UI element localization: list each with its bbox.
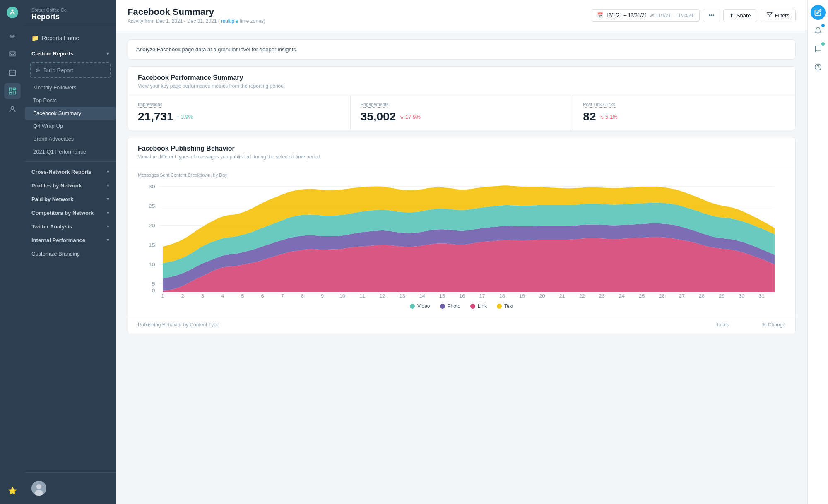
folder-icon: 📁	[31, 35, 39, 41]
svg-text:24: 24	[619, 294, 625, 298]
svg-text:17: 17	[479, 294, 485, 298]
svg-text:8: 8	[301, 294, 304, 298]
svg-text:11: 11	[359, 294, 365, 298]
svg-text:25: 25	[149, 204, 155, 209]
svg-text:5: 5	[241, 294, 244, 298]
page-title-wrap: Facebook Summary Activity from Dec 1, 20…	[128, 7, 265, 24]
engagements-change: ↘ 17.9%	[399, 114, 420, 120]
custom-reports-label: Custom Reports	[31, 50, 73, 57]
chevron-icon: ▾	[106, 50, 109, 57]
inbox-icon[interactable]	[4, 46, 21, 63]
listening-icon[interactable]	[4, 101, 21, 118]
user-avatar	[31, 481, 46, 496]
sidebar-item-facebook-summary[interactable]: Facebook Summary	[25, 107, 116, 120]
svg-text:6: 6	[261, 294, 264, 298]
app-logo	[5, 5, 20, 20]
filters-button[interactable]: Filters	[761, 9, 796, 22]
performance-card: Facebook Performance Summary View your k…	[128, 66, 796, 130]
help-button[interactable]	[811, 60, 826, 74]
svg-text:1: 1	[161, 294, 164, 298]
edit-create-button[interactable]	[811, 5, 826, 20]
main-content: Facebook Summary Activity from Dec 1, 20…	[116, 0, 807, 504]
share-button[interactable]: ⬆ Share	[723, 9, 757, 22]
svg-point-1	[12, 10, 14, 12]
sidebar-item-q4-wrap-up[interactable]: Q4 Wrap Up	[25, 120, 116, 132]
date-vs-label: vs 11/1/21 – 11/30/21	[650, 13, 693, 18]
svg-point-12	[36, 484, 41, 489]
publishing-icon[interactable]	[4, 65, 21, 81]
svg-text:5: 5	[152, 281, 155, 287]
sidebar-item-2021-q1[interactable]: 2021 Q1 Performance	[25, 145, 116, 158]
impressions-metric: Impressions 21,731 ↑ 3.9%	[128, 95, 351, 130]
messages-button[interactable]	[811, 41, 826, 56]
chart-section: Messages Sent Content Breakdown, by Day …	[128, 166, 795, 316]
subtitle-suffix: time zones)	[240, 18, 265, 24]
date-range-value: 12/1/21 – 12/31/21	[606, 12, 647, 18]
svg-text:15: 15	[439, 294, 445, 298]
legend-video: Video	[410, 303, 430, 309]
engagements-label: Engagements	[361, 102, 563, 107]
sidebar-item-top-posts[interactable]: Top Posts	[25, 94, 116, 107]
twitter-analysis-item[interactable]: Twitter Analysis ▾	[25, 220, 116, 233]
paid-by-network-item[interactable]: Paid by Network ▾	[25, 192, 116, 206]
more-options-button[interactable]: •••	[703, 9, 720, 22]
performance-card-title: Facebook Performance Summary	[138, 74, 785, 82]
notifications-button[interactable]	[811, 23, 826, 38]
sidebar-item-brand-advocates[interactable]: Brand Advocates	[25, 132, 116, 145]
svg-text:3: 3	[201, 294, 204, 298]
svg-rect-9	[10, 92, 12, 94]
internal-performance-item[interactable]: Internal Performance ▾	[25, 233, 116, 247]
compose-icon[interactable]: ✏	[4, 28, 21, 45]
reports-icon[interactable]	[4, 83, 21, 99]
area-chart: 30 25 20 15 10 5 0	[138, 182, 785, 298]
svg-rect-8	[13, 91, 16, 94]
user-avatar-wrap[interactable]	[25, 478, 116, 499]
cross-network-item[interactable]: Cross-Network Reports ▾	[25, 165, 116, 179]
star-icon[interactable]: ⭐	[4, 482, 21, 499]
date-range-button[interactable]: 📅 12/1/21 – 12/31/21 vs 11/1/21 – 11/30/…	[591, 9, 700, 22]
reports-home-item[interactable]: 📁 Reports Home	[25, 30, 116, 46]
subtitle-paren: (	[218, 18, 220, 24]
svg-text:16: 16	[459, 294, 465, 298]
svg-text:28: 28	[699, 294, 705, 298]
subtitle-text: Activity from Dec 1, 2021 - Dec 31, 2021	[128, 18, 217, 24]
svg-text:0: 0	[152, 288, 155, 293]
legend-text: Text	[497, 303, 513, 309]
svg-text:10: 10	[339, 294, 345, 298]
page-title: Facebook Summary	[128, 7, 265, 17]
share-label: Share	[737, 12, 751, 19]
build-report-button[interactable]: ⊕ Build Report	[30, 62, 111, 78]
filters-label: Filters	[775, 12, 789, 19]
table-col3: % Change	[762, 322, 785, 328]
build-icon: ⊕	[36, 67, 40, 73]
svg-rect-6	[10, 88, 12, 91]
svg-text:12: 12	[379, 294, 385, 298]
post-link-clicks-change: ↘ 5.1%	[599, 114, 618, 120]
post-link-clicks-value: 82 ↘ 5.1%	[583, 110, 785, 123]
svg-text:19: 19	[519, 294, 525, 298]
link-label: Link	[478, 303, 487, 309]
profiles-by-network-item[interactable]: Profiles by Network ▾	[25, 179, 116, 192]
custom-reports-header[interactable]: Custom Reports ▾	[25, 46, 116, 59]
sidebar-sections: Cross-Network Reports ▾ Profiles by Netw…	[25, 161, 116, 264]
publishing-card-title: Facebook Publishing Behavior	[138, 145, 785, 152]
customize-branding-item[interactable]: Customize Branding	[25, 247, 116, 261]
text-label: Text	[504, 303, 513, 309]
publishing-card-subtitle: View the different types of messages you…	[138, 154, 785, 160]
svg-text:27: 27	[679, 294, 685, 298]
performance-card-header: Facebook Performance Summary View your k…	[128, 67, 795, 95]
info-banner: Analyze Facebook page data at a granular…	[128, 39, 796, 60]
svg-text:30: 30	[149, 184, 155, 190]
calendar-icon: 📅	[597, 12, 603, 18]
table-preview: Publishing Behavior by Content Type Tota…	[128, 316, 795, 334]
sidebar-item-monthly-followers[interactable]: Monthly Followers	[25, 81, 116, 94]
multiple-timezones-link[interactable]: multiple	[221, 18, 238, 24]
table-col1: Publishing Behavior by Content Type	[138, 322, 219, 328]
build-report-label: Build Report	[43, 67, 73, 73]
svg-rect-7	[13, 88, 16, 90]
header-actions: 📅 12/1/21 – 12/31/21 vs 11/1/21 – 11/30/…	[591, 9, 796, 22]
table-col2: Totals	[716, 322, 729, 328]
competitors-by-network-item[interactable]: Competitors by Network ▾	[25, 206, 116, 220]
metrics-row: Impressions 21,731 ↑ 3.9% Engagements 35…	[128, 95, 795, 130]
text-color-dot	[497, 304, 502, 309]
